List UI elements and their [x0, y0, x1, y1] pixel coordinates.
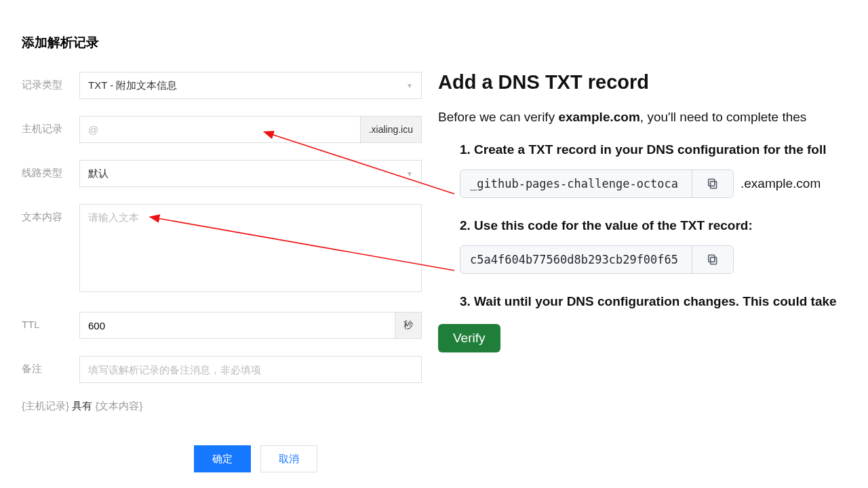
summary-mid: 具有 [69, 400, 95, 411]
svg-rect-2 [711, 258, 717, 264]
chevron-down-icon: ▼ [406, 170, 413, 178]
copy-hostname-button[interactable] [692, 170, 733, 197]
line-type-value: 默认 [88, 167, 108, 180]
cancel-button[interactable]: 取消 [260, 445, 317, 472]
record-type-value: TXT - 附加文本信息 [88, 79, 177, 92]
remark-input[interactable] [79, 356, 422, 383]
copy-icon [707, 178, 719, 190]
value-code[interactable]: c5a4f604b77560d8b293cb29f00f65 [460, 246, 692, 273]
host-record-input[interactable] [80, 117, 360, 142]
label-remark: 备注 [22, 356, 79, 375]
hostname-code[interactable]: _github-pages-challenge-octoca [460, 170, 692, 197]
svg-rect-1 [709, 179, 715, 186]
instructions-title: Add a DNS TXT record [438, 71, 868, 94]
svg-rect-0 [711, 182, 717, 188]
step-3: 3. Wait until your DNS configuration cha… [438, 294, 868, 309]
host-suffix: .xialing.icu [360, 117, 421, 142]
svg-rect-3 [709, 255, 715, 262]
form-actions: 确定 取消 [22, 445, 490, 472]
verify-button[interactable]: Verify [438, 324, 500, 352]
summary-line: {主机记录} 具有 {文本内容} [22, 400, 422, 413]
ttl-unit: 秒 [395, 312, 421, 338]
label-text-content: 文本内容 [22, 204, 79, 224]
form-title: 添加解析记录 [22, 34, 422, 52]
record-type-select[interactable]: TXT - 附加文本信息 ▼ [79, 72, 422, 99]
label-host-record: 主机记录 [22, 116, 79, 136]
confirm-button[interactable]: 确定 [194, 445, 251, 472]
copy-icon [707, 253, 719, 266]
label-record-type: 记录类型 [22, 72, 79, 92]
instructions-panel: Add a DNS TXT record Before we can verif… [422, 34, 868, 413]
step-2: 2. Use this code for the value of the TX… [438, 218, 868, 233]
step-1: 1. Create a TXT record in your DNS confi… [438, 142, 868, 157]
line-type-select[interactable]: 默认 ▼ [79, 160, 422, 187]
label-ttl: TTL [22, 312, 79, 330]
chevron-down-icon: ▼ [406, 82, 413, 89]
summary-content: {文本内容} [95, 400, 142, 411]
domain-suffix: .example.com [741, 176, 821, 191]
summary-host: {主机记录} [22, 400, 69, 411]
label-line-type: 线路类型 [22, 160, 79, 180]
ttl-input[interactable] [80, 312, 395, 338]
dns-form: 添加解析记录 记录类型 TXT - 附加文本信息 ▼ 主机记录 .xialing… [22, 34, 422, 413]
text-content-input[interactable] [79, 204, 422, 292]
instructions-intro: Before we can verify example.com, you'll… [438, 110, 868, 125]
copy-value-button[interactable] [692, 246, 733, 273]
